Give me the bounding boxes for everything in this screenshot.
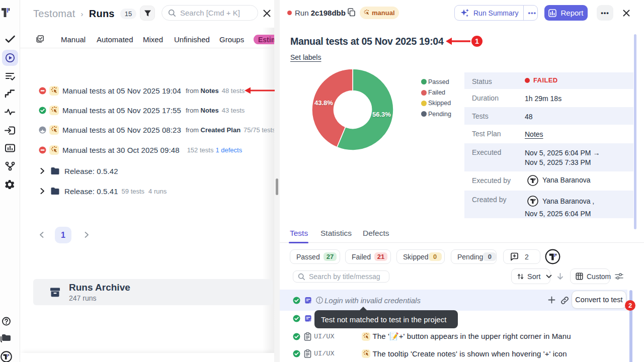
svg-text:1: 1: [475, 37, 479, 45]
